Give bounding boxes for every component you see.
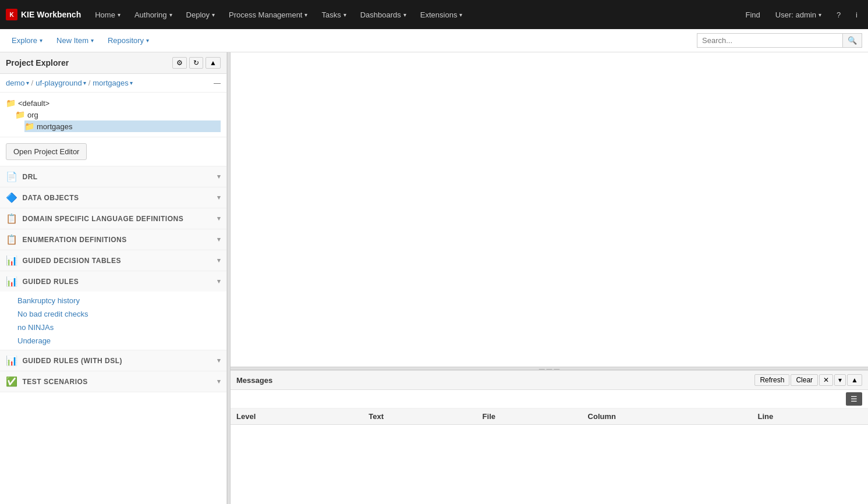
nav-info[interactable]: i [851, 8, 862, 22]
accordion-drl: 📄 DRL ▾ [0, 166, 226, 187]
breadcrumb: demo ▾ / uf-playground ▾ / mortgages ▾ — [0, 74, 226, 93]
dashboards-caret: ▾ [403, 12, 406, 18]
content-main [231, 52, 868, 367]
domain-specific-caret: ▾ [217, 215, 221, 222]
accordion-drl-header[interactable]: 📄 DRL ▾ [0, 166, 226, 187]
drl-caret: ▾ [217, 173, 221, 180]
home-caret: ▾ [118, 12, 121, 18]
accordion-guided-rules-header[interactable]: 📊 GUIDED RULES ▾ [0, 271, 226, 292]
nav-process-management[interactable]: Process Management ▾ [223, 7, 313, 23]
content-area: — — — Messages Refresh Clear ✕ ▾ ▲ ☰ [231, 52, 868, 504]
deploy-caret: ▾ [212, 12, 215, 18]
demo-caret: ▾ [26, 80, 29, 86]
col-level: Level [231, 409, 363, 425]
data-objects-caret: ▾ [217, 194, 221, 201]
messages-title: Messages [236, 376, 272, 385]
nav-home[interactable]: Home ▾ [89, 7, 126, 23]
breadcrumb-collapse[interactable]: — [214, 79, 221, 87]
process-management-caret: ▾ [304, 12, 307, 18]
domain-specific-icon: 📋 [6, 213, 18, 224]
sec-nav-repository[interactable]: Repository ▾ [102, 33, 155, 48]
nav-find[interactable]: Find [741, 8, 765, 22]
guided-rules-caret: ▾ [217, 278, 221, 285]
accordion-guided-decision-tables-header[interactable]: 📊 GUIDED DECISION TABLES ▾ [0, 250, 226, 271]
breadcrumb-demo[interactable]: demo ▾ [6, 79, 29, 87]
refresh-button[interactable]: ↻ [189, 57, 203, 69]
rule-item-bankruptcy[interactable]: Bankruptcy history [17, 294, 221, 307]
tree-org-folder[interactable]: 📁 org [15, 109, 221, 120]
org-folder-icon: 📁 [15, 110, 25, 119]
accordion-data-objects-header[interactable]: 🔷 DATA OBJECTS ▾ [0, 187, 226, 208]
breadcrumb-mortgages[interactable]: mortgages ▾ [93, 79, 132, 87]
col-column: Column [582, 409, 752, 425]
tree-area: 📁 <default> 📁 org 📁 mortgages [0, 93, 226, 137]
data-objects-icon: 🔷 [6, 192, 18, 203]
collapse-button[interactable]: ▲ [206, 57, 221, 69]
breadcrumb-uf-playground[interactable]: uf-playground ▾ [36, 79, 86, 87]
sidebar: Project Explorer ⚙ ↻ ▲ demo ▾ / uf-playg… [0, 52, 227, 504]
accordion-domain-specific-header[interactable]: 📋 DOMAIN SPECIFIC LANGUAGE DEFINITIONS ▾ [0, 208, 226, 229]
breadcrumb-sep-2: / [88, 79, 91, 87]
search-button[interactable]: 🔍 [842, 33, 862, 48]
nav-extensions[interactable]: Extensions ▾ [414, 7, 469, 23]
new-item-caret: ▾ [91, 37, 94, 44]
guided-decision-tables-caret: ▾ [217, 257, 221, 264]
nav-authoring[interactable]: Authoring ▾ [129, 7, 178, 23]
folder-icon: 📁 [6, 98, 16, 108]
rule-item-no-ninjas[interactable]: no NINJAs [17, 321, 221, 334]
nav-help[interactable]: ? [832, 8, 845, 22]
sidebar-title: Project Explorer [6, 58, 69, 68]
col-line: Line [752, 409, 869, 425]
sidebar-header-buttons: ⚙ ↻ ▲ [172, 57, 221, 69]
messages-dropdown-button[interactable]: ▾ [834, 374, 846, 386]
messages-clear-button[interactable]: Clear [791, 374, 818, 386]
sec-nav-explore[interactable]: Explore ▾ [6, 33, 48, 48]
search-container: 🔍 [697, 33, 862, 48]
sec-nav-new-item[interactable]: New Item ▾ [51, 33, 100, 48]
breadcrumb-sep-1: / [31, 79, 34, 87]
messages-toolbar: ☰ [231, 390, 868, 409]
brand-name: KIE Workbench [21, 10, 81, 19]
guided-rules-icon: 📊 [6, 276, 18, 287]
accordion-test-scenarios: ✅ TEST SCENARIOS ▾ [0, 371, 226, 392]
mortgages-caret: ▾ [130, 80, 133, 86]
mortgages-folder-icon: 📁 [24, 122, 34, 131]
nav-user[interactable]: User: admin ▾ [771, 8, 826, 22]
accordion-guided-rules-dsl-header[interactable]: 📊 GUIDED RULES (WITH DSL) ▾ [0, 350, 226, 371]
drl-icon: 📄 [6, 171, 18, 182]
settings-button[interactable]: ⚙ [172, 57, 187, 69]
accordion-enumeration: 📋 ENUMERATION DEFINITIONS ▾ [0, 229, 226, 250]
messages-expand-button[interactable]: ▲ [847, 374, 862, 386]
search-input[interactable] [697, 33, 842, 48]
brand-logo: K [6, 9, 17, 20]
main-layout: Project Explorer ⚙ ↻ ▲ demo ▾ / uf-playg… [0, 52, 868, 504]
rule-item-underage[interactable]: Underage [17, 334, 221, 347]
messages-refresh-button[interactable]: Refresh [754, 374, 789, 386]
accordion-enumeration-header[interactable]: 📋 ENUMERATION DEFINITIONS ▾ [0, 229, 226, 250]
tasks-caret: ▾ [343, 12, 346, 18]
authoring-caret: ▾ [169, 12, 172, 18]
rule-item-no-bad-credit[interactable]: No bad credit checks [17, 307, 221, 321]
messages-table: Level Text File Column Line [231, 409, 868, 425]
brand: K KIE Workbench [6, 9, 81, 20]
nav-deploy[interactable]: Deploy ▾ [180, 7, 221, 23]
tree-mortgages-folder[interactable]: 📁 mortgages [24, 120, 221, 132]
messages-panel: Messages Refresh Clear ✕ ▾ ▲ ☰ Level [231, 370, 868, 504]
open-project-editor-button[interactable]: Open Project Editor [6, 143, 87, 160]
enumeration-caret: ▾ [217, 236, 221, 243]
accordion-domain-specific: 📋 DOMAIN SPECIFIC LANGUAGE DEFINITIONS ▾ [0, 208, 226, 229]
guided-rules-dsl-icon: 📊 [6, 355, 18, 366]
accordion-guided-rules: 📊 GUIDED RULES ▾ Bankruptcy history No b… [0, 271, 226, 350]
uf-playground-caret: ▾ [83, 80, 86, 86]
messages-close-button[interactable]: ✕ [819, 374, 833, 386]
messages-buttons: Refresh Clear ✕ ▾ ▲ [754, 374, 862, 386]
messages-list-icon-button[interactable]: ☰ [846, 392, 862, 406]
test-scenarios-icon: ✅ [6, 376, 18, 387]
repository-caret: ▾ [146, 37, 149, 44]
nav-tasks[interactable]: Tasks ▾ [316, 7, 352, 23]
nav-dashboards[interactable]: Dashboards ▾ [355, 7, 412, 23]
tree-default-folder[interactable]: 📁 <default> [6, 97, 221, 109]
accordion-test-scenarios-header[interactable]: ✅ TEST SCENARIOS ▾ [0, 371, 226, 392]
secondary-nav: Explore ▾ New Item ▾ Repository ▾ 🔍 [0, 29, 868, 52]
explore-caret: ▾ [40, 37, 42, 44]
